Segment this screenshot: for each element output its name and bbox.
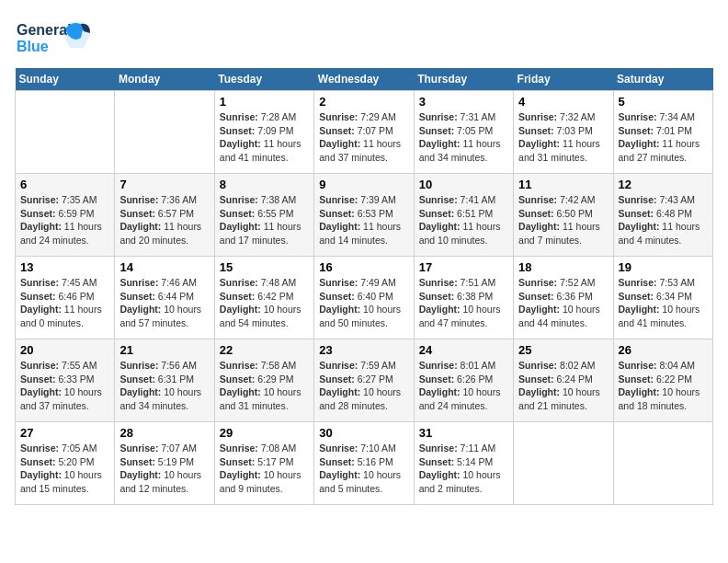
calendar-cell: 21Sunrise: 7:56 AMSunset: 6:31 PMDayligh…: [115, 339, 214, 422]
calendar-cell: 4Sunrise: 7:32 AMSunset: 7:03 PMDaylight…: [514, 91, 613, 174]
day-info: Sunrise: 7:34 AMSunset: 7:01 PMDaylight:…: [619, 110, 708, 165]
day-number: 9: [319, 178, 408, 191]
day-number: 23: [319, 343, 408, 357]
weekday-header-wednesday: Wednesday: [314, 68, 414, 91]
calendar-cell: 15Sunrise: 7:48 AMSunset: 6:42 PMDayligh…: [214, 257, 313, 339]
calendar-cell: 25Sunrise: 8:02 AMSunset: 6:24 PMDayligh…: [514, 339, 613, 422]
day-info: Sunrise: 7:10 AMSunset: 5:16 PMDaylight:…: [319, 442, 408, 496]
calendar-cell: 19Sunrise: 7:53 AMSunset: 6:34 PMDayligh…: [613, 257, 712, 339]
day-number: 13: [20, 260, 109, 274]
day-number: 11: [518, 178, 608, 191]
day-info: Sunrise: 7:35 AMSunset: 6:59 PMDaylight:…: [20, 193, 109, 247]
calendar-cell: [514, 422, 613, 505]
calendar-cell: 31Sunrise: 7:11 AMSunset: 5:14 PMDayligh…: [414, 422, 513, 505]
calendar-table: SundayMondayTuesdayWednesdayThursdayFrid…: [15, 68, 713, 505]
calendar-cell: 8Sunrise: 7:38 AMSunset: 6:55 PMDaylight…: [214, 174, 313, 257]
day-number: 8: [220, 178, 309, 191]
day-info: Sunrise: 7:49 AMSunset: 6:40 PMDaylight:…: [319, 276, 408, 330]
calendar-cell: 29Sunrise: 7:08 AMSunset: 5:17 PMDayligh…: [214, 422, 313, 505]
day-info: Sunrise: 8:01 AMSunset: 6:26 PMDaylight:…: [419, 359, 508, 413]
weekday-header-thursday: Thursday: [414, 68, 513, 91]
day-info: Sunrise: 7:42 AMSunset: 6:50 PMDaylight:…: [518, 193, 608, 247]
day-info: Sunrise: 7:56 AMSunset: 6:31 PMDaylight:…: [119, 359, 209, 413]
day-number: 31: [419, 426, 508, 440]
day-number: 28: [119, 426, 209, 440]
logo: General Blue: [15, 15, 97, 61]
weekday-header-friday: Friday: [514, 68, 613, 91]
calendar-cell: 30Sunrise: 7:10 AMSunset: 5:16 PMDayligh…: [314, 422, 414, 505]
day-number: 18: [518, 260, 608, 274]
day-number: 16: [319, 260, 408, 274]
calendar-cell: 9Sunrise: 7:39 AMSunset: 6:53 PMDaylight…: [314, 174, 414, 257]
day-info: Sunrise: 7:53 AMSunset: 6:34 PMDaylight:…: [619, 276, 708, 330]
day-info: Sunrise: 7:45 AMSunset: 6:46 PMDaylight:…: [20, 276, 109, 330]
day-number: 7: [119, 178, 209, 191]
day-info: Sunrise: 7:32 AMSunset: 7:03 PMDaylight:…: [518, 110, 608, 165]
day-info: Sunrise: 7:41 AMSunset: 6:51 PMDaylight:…: [419, 193, 508, 247]
day-number: 2: [319, 95, 408, 109]
day-info: Sunrise: 7:58 AMSunset: 6:29 PMDaylight:…: [220, 359, 309, 413]
calendar-cell: [16, 91, 115, 174]
day-number: 6: [20, 178, 109, 191]
day-number: 30: [319, 426, 408, 440]
calendar-cell: 16Sunrise: 7:49 AMSunset: 6:40 PMDayligh…: [314, 257, 414, 339]
logo-svg: General Blue: [15, 15, 97, 61]
weekday-header-saturday: Saturday: [613, 68, 712, 91]
day-info: Sunrise: 7:46 AMSunset: 6:44 PMDaylight:…: [119, 276, 209, 330]
calendar-cell: 23Sunrise: 7:59 AMSunset: 6:27 PMDayligh…: [314, 339, 414, 422]
day-number: 29: [220, 426, 309, 440]
day-number: 5: [619, 95, 708, 109]
day-number: 27: [20, 426, 109, 440]
day-info: Sunrise: 7:29 AMSunset: 7:07 PMDaylight:…: [319, 110, 408, 165]
calendar-cell: 27Sunrise: 7:05 AMSunset: 5:20 PMDayligh…: [16, 422, 115, 505]
calendar-cell: 6Sunrise: 7:35 AMSunset: 6:59 PMDaylight…: [16, 174, 115, 257]
svg-text:General: General: [17, 22, 72, 38]
calendar-cell: 24Sunrise: 8:01 AMSunset: 6:26 PMDayligh…: [414, 339, 513, 422]
day-number: 1: [220, 95, 309, 109]
day-number: 14: [119, 260, 209, 274]
calendar-cell: 17Sunrise: 7:51 AMSunset: 6:38 PMDayligh…: [414, 257, 513, 339]
day-number: 20: [20, 343, 109, 357]
day-number: 24: [419, 343, 508, 357]
day-number: 17: [419, 260, 508, 274]
weekday-header-row: SundayMondayTuesdayWednesdayThursdayFrid…: [16, 68, 713, 91]
day-info: Sunrise: 7:08 AMSunset: 5:17 PMDaylight:…: [220, 442, 309, 496]
day-info: Sunrise: 7:31 AMSunset: 7:05 PMDaylight:…: [419, 110, 508, 165]
svg-text:Blue: Blue: [17, 39, 49, 54]
calendar-cell: 14Sunrise: 7:46 AMSunset: 6:44 PMDayligh…: [115, 257, 214, 339]
calendar-cell: 10Sunrise: 7:41 AMSunset: 6:51 PMDayligh…: [414, 174, 513, 257]
day-info: Sunrise: 7:36 AMSunset: 6:57 PMDaylight:…: [119, 193, 209, 247]
day-number: 4: [518, 95, 608, 109]
week-row-1: 1Sunrise: 7:28 AMSunset: 7:09 PMDaylight…: [16, 91, 713, 174]
day-number: 3: [419, 95, 508, 109]
day-number: 19: [619, 260, 708, 274]
weekday-header-sunday: Sunday: [16, 68, 115, 91]
calendar-cell: [613, 422, 712, 505]
calendar-cell: [115, 91, 214, 174]
calendar-cell: 28Sunrise: 7:07 AMSunset: 5:19 PMDayligh…: [115, 422, 214, 505]
calendar-cell: 2Sunrise: 7:29 AMSunset: 7:07 PMDaylight…: [314, 91, 414, 174]
day-info: Sunrise: 7:05 AMSunset: 5:20 PMDaylight:…: [20, 442, 109, 496]
day-info: Sunrise: 8:04 AMSunset: 6:22 PMDaylight:…: [619, 359, 708, 413]
day-info: Sunrise: 7:11 AMSunset: 5:14 PMDaylight:…: [419, 442, 508, 496]
day-info: Sunrise: 7:43 AMSunset: 6:48 PMDaylight:…: [619, 193, 708, 247]
day-info: Sunrise: 7:39 AMSunset: 6:53 PMDaylight:…: [319, 193, 408, 247]
calendar-cell: 7Sunrise: 7:36 AMSunset: 6:57 PMDaylight…: [115, 174, 214, 257]
day-number: 15: [220, 260, 309, 274]
calendar-cell: 3Sunrise: 7:31 AMSunset: 7:05 PMDaylight…: [414, 91, 513, 174]
day-info: Sunrise: 7:48 AMSunset: 6:42 PMDaylight:…: [220, 276, 309, 330]
calendar-cell: 26Sunrise: 8:04 AMSunset: 6:22 PMDayligh…: [613, 339, 712, 422]
calendar-cell: 12Sunrise: 7:43 AMSunset: 6:48 PMDayligh…: [613, 174, 712, 257]
day-info: Sunrise: 8:02 AMSunset: 6:24 PMDaylight:…: [518, 359, 608, 413]
calendar-cell: 20Sunrise: 7:55 AMSunset: 6:33 PMDayligh…: [16, 339, 115, 422]
day-info: Sunrise: 7:07 AMSunset: 5:19 PMDaylight:…: [119, 442, 209, 496]
calendar-cell: 1Sunrise: 7:28 AMSunset: 7:09 PMDaylight…: [214, 91, 313, 174]
weekday-header-tuesday: Tuesday: [214, 68, 313, 91]
calendar-cell: 18Sunrise: 7:52 AMSunset: 6:36 PMDayligh…: [514, 257, 613, 339]
calendar-cell: 22Sunrise: 7:58 AMSunset: 6:29 PMDayligh…: [214, 339, 313, 422]
day-number: 21: [119, 343, 209, 357]
calendar-cell: 11Sunrise: 7:42 AMSunset: 6:50 PMDayligh…: [514, 174, 613, 257]
header: General Blue: [15, 15, 713, 61]
day-number: 12: [619, 178, 708, 191]
weekday-header-monday: Monday: [115, 68, 214, 91]
